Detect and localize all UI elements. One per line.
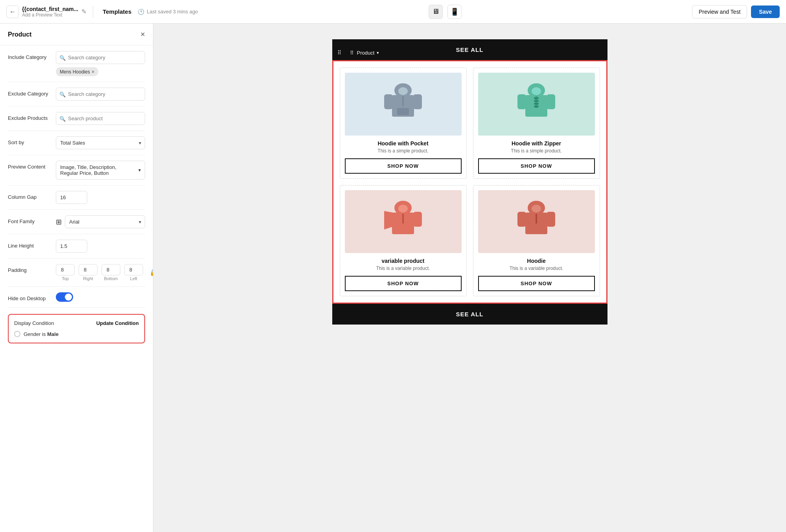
shop-now-button-1[interactable]: SHOP NOW xyxy=(345,158,462,174)
hoodie-with-pocket-image xyxy=(383,83,423,126)
condition-radio[interactable] xyxy=(14,331,20,337)
padding-right-input[interactable] xyxy=(79,264,98,275)
exclude-category-input[interactable] xyxy=(56,88,145,101)
drag-handle-icon[interactable]: ⠿ xyxy=(333,47,345,58)
svg-rect-15 xyxy=(534,103,539,105)
hoodie-image xyxy=(517,200,556,243)
shop-now-button-2[interactable]: SHOP NOW xyxy=(478,158,595,174)
product-name-1: Hoodie with Pocket xyxy=(345,140,462,147)
hoodie-with-zipper-image xyxy=(517,83,556,126)
exclude-category-label: Exclude Category xyxy=(8,88,51,97)
sidebar: Product × Include Category 🔍 Mens Hoodie… xyxy=(0,24,153,532)
search-icon: 🔍 xyxy=(59,116,66,121)
sort-by-row: Sort by Total Sales Price Newest ▾ xyxy=(8,131,145,155)
include-category-label: Include Category xyxy=(8,51,51,60)
padding-bottom-label: Bottom xyxy=(104,276,118,281)
exclude-products-label: Exclude Products xyxy=(8,112,51,121)
padding-left-input[interactable] xyxy=(124,264,143,275)
column-gap-input[interactable] xyxy=(56,191,87,204)
templates-button[interactable]: Templates xyxy=(99,7,134,17)
preview-test-button[interactable]: Preview and Test xyxy=(692,5,747,18)
add-preview-text[interactable]: Add a Preview Text xyxy=(22,12,78,18)
line-height-row: Line Height xyxy=(8,234,145,259)
lock-icon[interactable]: 🔒 xyxy=(149,269,153,276)
product-block-toolbar: ⠿ ⠿ Product ▾ xyxy=(333,47,384,58)
svg-point-27 xyxy=(532,205,541,213)
header-right: Preview and Test Save xyxy=(692,5,780,18)
contact-name: {{contact_first_nam... xyxy=(22,6,78,12)
display-condition-label: Display Condition xyxy=(14,320,54,326)
hide-desktop-label: Hide on Desktop xyxy=(8,292,51,301)
product-card-2: Hoodie with Zipper This is a simple prod… xyxy=(473,68,600,179)
padding-right-label: Right xyxy=(83,276,93,281)
condition-text: Gender is Male xyxy=(24,331,59,337)
svg-rect-9 xyxy=(517,94,526,109)
svg-point-5 xyxy=(398,87,408,95)
saved-label: Last saved 3 mins ago xyxy=(147,9,198,15)
mobile-view-button[interactable]: 📱 xyxy=(447,5,462,19)
svg-rect-22 xyxy=(402,214,404,224)
preview-content-value: Image, Title, Description, Regular Price… xyxy=(60,164,116,176)
chevron-down-icon[interactable]: ▾ xyxy=(377,50,379,55)
svg-rect-25 xyxy=(517,212,526,227)
shop-now-button-3[interactable]: SHOP NOW xyxy=(345,276,462,291)
exclude-products-input[interactable] xyxy=(56,112,145,125)
condition-header: Display Condition Update Condition xyxy=(14,320,139,326)
exclude-products-search-wrapper: 🔍 xyxy=(56,112,145,125)
hide-desktop-row: Hide on Desktop xyxy=(8,287,145,308)
sort-by-select[interactable]: Total Sales Price Newest xyxy=(56,136,145,149)
exclude-category-control: 🔍 xyxy=(56,88,145,101)
contact-info: {{contact_first_nam... Add a Preview Tex… xyxy=(22,6,78,18)
font-family-control: ⊞ Arial Georgia Times New Roman ▾ xyxy=(56,215,145,228)
tag-remove-button[interactable]: × xyxy=(92,69,95,75)
close-button[interactable]: × xyxy=(140,30,145,39)
product-card-4: Hoodie This is a variable product. SHOP … xyxy=(473,185,600,296)
padding-row: Padding Top Right Bottom xyxy=(8,259,145,287)
sidebar-title: Product xyxy=(8,31,31,38)
product-card-1: Hoodie with Pocket This is a simple prod… xyxy=(340,68,467,179)
padding-top-label: Top xyxy=(62,276,69,281)
preview-content-control[interactable]: Image, Title, Description, Regular Price… xyxy=(56,161,145,180)
see-all-bottom-button[interactable]: SEE ALL xyxy=(332,304,607,325)
padding-top-item: Top xyxy=(56,264,75,281)
email-container: SEE ALL ⠿ ⠿ Product ▾ xyxy=(332,39,607,325)
search-icon: 🔍 xyxy=(59,91,66,97)
padding-right-item: Right xyxy=(79,264,98,281)
svg-rect-3 xyxy=(413,94,422,109)
form-section: Include Category 🔍 Mens Hoodies × xyxy=(0,46,153,308)
preview-content-row: Preview Content Image, Title, Descriptio… xyxy=(8,155,145,185)
product-desc-4: This is a variable product. xyxy=(478,266,595,271)
desktop-view-button[interactable]: 🖥 xyxy=(429,5,443,19)
save-button[interactable]: Save xyxy=(751,6,780,18)
padding-bottom-input[interactable] xyxy=(101,264,120,275)
shop-now-button-4[interactable]: SHOP NOW xyxy=(478,276,595,291)
svg-rect-10 xyxy=(547,94,555,109)
hide-desktop-toggle[interactable] xyxy=(56,292,73,302)
product-toolbar-label: ⠿ Product ▾ xyxy=(345,48,384,58)
font-icon: ⊞ xyxy=(56,218,62,226)
clock-icon: 🕐 xyxy=(138,9,144,15)
svg-rect-28 xyxy=(536,214,537,224)
svg-rect-6 xyxy=(402,96,404,106)
sort-by-control: Total Sales Price Newest ▾ xyxy=(56,136,145,149)
display-condition-section: Display Condition Update Condition Gende… xyxy=(8,314,145,343)
font-family-row: Font Family ⊞ Arial Georgia Times New Ro… xyxy=(8,210,145,234)
product-card-3: variable product This is a variable prod… xyxy=(340,185,467,296)
padding-top-input[interactable] xyxy=(56,264,75,275)
line-height-input[interactable] xyxy=(56,240,87,253)
line-height-label: Line Height xyxy=(8,240,51,249)
svg-rect-26 xyxy=(547,212,555,227)
edit-icon[interactable]: ✎ xyxy=(81,8,87,15)
include-category-tags: Mens Hoodies × xyxy=(56,67,145,76)
product-name-4: Hoodie xyxy=(478,258,595,264)
font-family-select[interactable]: Arial Georgia Times New Roman xyxy=(65,215,145,228)
back-button[interactable]: ← xyxy=(6,6,19,18)
sort-by-label: Sort by xyxy=(8,136,51,145)
grid-icon: ⠿ xyxy=(350,50,355,56)
include-category-input[interactable] xyxy=(56,51,145,64)
padding-label: Padding xyxy=(8,264,51,273)
exclude-products-row: Exclude Products 🔍 xyxy=(8,106,145,131)
column-gap-row: Column Gap xyxy=(8,185,145,210)
padding-control: Top Right Bottom Left xyxy=(56,264,153,281)
update-condition-button[interactable]: Update Condition xyxy=(96,320,139,326)
